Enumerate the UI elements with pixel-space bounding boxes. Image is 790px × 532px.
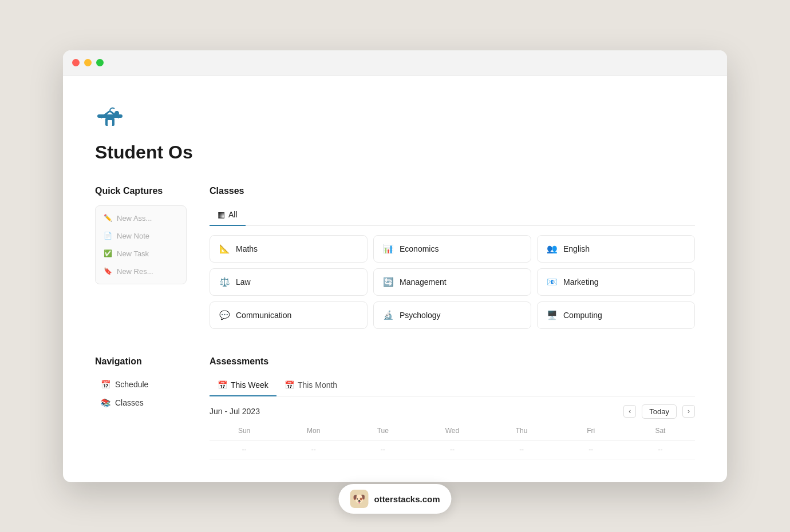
communication-icon: 💬	[219, 310, 230, 320]
day-fri: Fri	[556, 424, 626, 437]
cal-day[interactable]: --	[626, 441, 695, 459]
calendar-header: Jun - Jul 2023 ‹ Today ›	[210, 404, 695, 419]
nav-item-schedule[interactable]: 📅 Schedule	[95, 376, 187, 393]
quick-capture-item[interactable]: 📄 New Note	[96, 228, 186, 244]
cal-day[interactable]: --	[348, 441, 417, 459]
cal-day[interactable]: --	[417, 441, 487, 459]
classes-grid: 📐 Maths 📊 Economics 👥 English ⚖️ Law	[210, 235, 695, 329]
psychology-icon: 🔬	[383, 310, 394, 320]
economics-icon: 📊	[383, 244, 394, 254]
resource-icon: 🔖	[104, 267, 112, 275]
law-icon: ⚖️	[219, 277, 230, 287]
class-card-label: Psychology	[400, 311, 441, 320]
note-icon: 📄	[104, 232, 112, 240]
calendar-grid: -- -- -- -- -- -- --	[210, 441, 695, 459]
classes-nav-icon: 📚	[101, 398, 110, 407]
day-sat: Sat	[626, 424, 695, 437]
tab-all[interactable]: ▦ All	[210, 205, 246, 226]
prev-month-button[interactable]: ‹	[623, 405, 636, 418]
calendar-days-header: Sun Mon Tue Wed Thu Fri Sat	[210, 424, 695, 441]
class-card-label: Computing	[563, 311, 602, 320]
watermark-logo-emoji: 🐶	[353, 493, 365, 505]
calendar-nav: ‹ Today ›	[623, 404, 695, 419]
class-card-psychology[interactable]: 🔬 Psychology	[373, 301, 531, 329]
day-wed: Wed	[417, 424, 487, 437]
day-tue: Tue	[348, 424, 417, 437]
browser-window: Student Os Quick Captures ✏️ New Ass... …	[63, 50, 727, 482]
class-card-computing[interactable]: 🖥️ Computing	[537, 301, 695, 329]
class-card-management[interactable]: 🔄 Management	[373, 268, 531, 296]
tab-this-month[interactable]: 📅 This Month	[276, 376, 345, 396]
quick-capture-item[interactable]: ✅ New Task	[96, 246, 186, 261]
edit-icon: ✏️	[104, 214, 112, 222]
quick-capture-label: New Note	[117, 232, 149, 240]
minimize-button[interactable]	[84, 59, 92, 66]
assessment-tabs: 📅 This Week 📅 This Month	[210, 376, 695, 396]
class-card-english[interactable]: 👥 English	[537, 235, 695, 263]
svg-rect-2	[108, 120, 112, 126]
class-card-label: Economics	[400, 244, 439, 253]
close-button[interactable]	[72, 59, 80, 66]
task-icon: ✅	[104, 249, 112, 257]
quick-captures-title: Quick Captures	[95, 186, 187, 196]
quick-capture-item[interactable]: 🔖 New Res...	[96, 264, 186, 279]
bottom-sections-row: Navigation 📅 Schedule 📚 Classes Assessme…	[95, 356, 695, 459]
quick-capture-label: New Res...	[117, 267, 153, 276]
class-card-label: Communication	[236, 311, 291, 320]
maximize-button[interactable]	[96, 59, 104, 66]
next-month-button[interactable]: ›	[682, 405, 695, 418]
navigation-title: Navigation	[95, 356, 187, 367]
tab-all-label: All	[228, 210, 238, 219]
marketing-icon: 📧	[547, 277, 558, 287]
cal-day[interactable]: --	[556, 441, 626, 459]
management-icon: 🔄	[383, 277, 394, 287]
watermark-text: otterstacks.com	[374, 494, 440, 504]
nav-item-label: Classes	[115, 398, 144, 407]
assessments-panel: Assessments 📅 This Week 📅 This Month Jun…	[210, 356, 695, 459]
class-card-label: Law	[236, 277, 251, 287]
quick-capture-label: New Ass...	[117, 214, 152, 223]
assessments-title: Assessments	[210, 356, 695, 367]
tab-this-week[interactable]: 📅 This Week	[210, 376, 276, 396]
nav-item-label: Schedule	[115, 380, 148, 389]
quick-captures-panel: Quick Captures ✏️ New Ass... 📄 New Note …	[95, 186, 187, 284]
title-bar	[63, 50, 727, 76]
app-icon	[95, 103, 125, 133]
watermark-logo: 🐶	[350, 490, 368, 508]
page-content: Student Os Quick Captures ✏️ New Ass... …	[63, 76, 727, 482]
class-card-label: Management	[400, 277, 447, 287]
quick-capture-label: New Task	[117, 249, 149, 258]
svg-rect-4	[116, 111, 118, 116]
class-card-label: English	[563, 244, 590, 253]
page-title: Student Os	[95, 142, 695, 163]
class-card-marketing[interactable]: 📧 Marketing	[537, 268, 695, 296]
cal-day[interactable]: --	[210, 441, 279, 459]
english-icon: 👥	[547, 244, 558, 254]
class-card-communication[interactable]: 💬 Communication	[210, 301, 368, 329]
quick-capture-item[interactable]: ✏️ New Ass...	[96, 211, 186, 226]
this-month-label: This Month	[298, 380, 337, 390]
this-month-icon: 📅	[285, 380, 294, 390]
quick-captures-list: ✏️ New Ass... 📄 New Note ✅ New Task 🔖 Ne…	[95, 205, 187, 284]
cal-day[interactable]: --	[487, 441, 556, 459]
tab-grid-icon: ▦	[218, 210, 225, 219]
computing-icon: 🖥️	[547, 310, 558, 320]
navigation-panel: Navigation 📅 Schedule 📚 Classes	[95, 356, 187, 411]
nav-item-classes[interactable]: 📚 Classes	[95, 394, 187, 411]
maths-icon: 📐	[219, 244, 230, 254]
calendar-month-range: Jun - Jul 2023	[210, 407, 260, 416]
class-card-maths[interactable]: 📐 Maths	[210, 235, 368, 263]
class-card-label: Maths	[236, 244, 258, 253]
day-sun: Sun	[210, 424, 279, 437]
classes-tabs: ▦ All	[210, 205, 695, 226]
schedule-icon: 📅	[101, 380, 110, 389]
cal-day[interactable]: --	[279, 441, 348, 459]
class-card-law[interactable]: ⚖️ Law	[210, 268, 368, 296]
class-card-economics[interactable]: 📊 Economics	[373, 235, 531, 263]
nav-list: 📅 Schedule 📚 Classes	[95, 376, 187, 411]
top-sections-row: Quick Captures ✏️ New Ass... 📄 New Note …	[95, 186, 695, 329]
class-card-label: Marketing	[563, 277, 598, 287]
this-week-label: This Week	[231, 380, 268, 390]
today-button[interactable]: Today	[642, 404, 677, 419]
this-week-icon: 📅	[218, 380, 227, 390]
